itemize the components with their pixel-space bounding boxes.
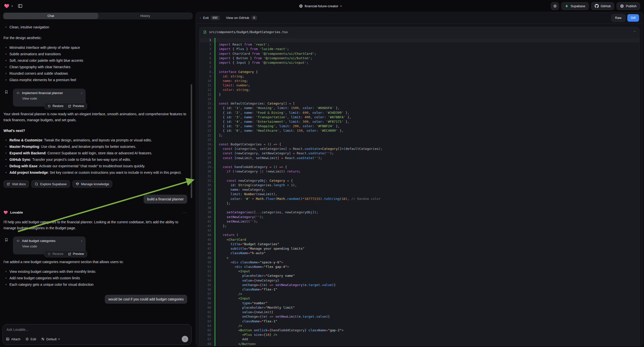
code-line-text <box>214 97 639 101</box>
line-number: 60 <box>200 306 211 310</box>
list-item: Each category gets a unique color for vi… <box>4 281 187 288</box>
restore-button[interactable]: Restore <box>48 252 64 256</box>
code-line: 1 <box>200 38 639 42</box>
view-code-link[interactable]: View code <box>22 244 82 248</box>
code-line-text: const defaultCategories: Category[] = [ <box>214 101 639 106</box>
raw-button[interactable]: Raw <box>612 14 625 22</box>
bullet-dot <box>6 47 6 48</box>
tab-history[interactable]: History <box>98 13 192 19</box>
code-line: 54 value={newCategory} <box>200 278 639 283</box>
code-line-text: { id: '3', name: 'Transportation', limit… <box>214 115 639 120</box>
visit-docs-button[interactable]: Visit docs <box>4 180 29 188</box>
chevron-down-icon[interactable]: ▾ <box>12 5 13 8</box>
bullet-dot <box>6 159 6 160</box>
code-line: 63 className="flex-1" <box>200 319 639 324</box>
manage-knowledge-button[interactable]: Manage knowledge <box>72 180 112 188</box>
line-number: 7 <box>200 65 211 70</box>
line-number: 3 <box>200 47 211 51</box>
send-button[interactable]: ↑ <box>182 336 188 342</box>
line-number: 5 <box>200 56 211 60</box>
bookmark-icon[interactable] <box>4 238 8 242</box>
line-number: 44 <box>200 233 211 237</box>
code-viewer-panel: ‹ Exit ESC View on GitHub G Raw Diff src… <box>196 12 643 346</box>
line-number: 58 <box>200 296 211 301</box>
code-line: 45 <ChartCard <box>200 238 639 242</box>
edit-mode-button[interactable]: Edit <box>26 337 36 341</box>
line-number: 30 <box>200 169 211 174</box>
bullet-dot <box>6 146 6 147</box>
view-code-link[interactable]: View code <box>22 96 82 100</box>
explore-supabase-button[interactable]: Explore Supabase <box>31 180 70 188</box>
bullet-dot <box>6 271 6 272</box>
file-path: src/components/budget/BudgetCategories.t… <box>209 30 288 34</box>
code-line: 31 <box>200 174 639 178</box>
line-number: 57 <box>200 292 211 296</box>
preview-button[interactable]: Preview <box>68 252 84 256</box>
line-number: 8 <box>200 70 211 74</box>
sidebar-toggle-icon[interactable] <box>16 2 24 10</box>
list-item: Rounded corners and subtle shadows <box>4 70 187 77</box>
list-item: Add project knowledge: Set key context o… <box>4 169 187 176</box>
publish-button[interactable]: Publish <box>616 2 640 10</box>
list-item-text: Expand with Backend: Connect Supabase to… <box>10 150 152 156</box>
list-item: Subtle animations and transitions <box>4 51 187 57</box>
fold-chevron-icon[interactable]: ⌄ <box>211 142 214 146</box>
diff-button[interactable]: Diff <box>627 14 639 22</box>
line-number: 2 <box>200 42 211 47</box>
project-switcher[interactable]: financial-future-creator ▾ <box>299 4 342 8</box>
fold-gutter <box>211 224 214 228</box>
code-toolbar: ‹ Exit ESC View on GitHub G Raw Diff <box>196 12 643 24</box>
fold-chevron-icon[interactable]: ⌄ <box>211 165 214 169</box>
bullet-dot <box>6 60 6 61</box>
chat-scrollbar[interactable] <box>191 84 192 198</box>
fold-chevron-icon[interactable]: ⌄ <box>211 178 214 183</box>
code-line: 24⌄const BudgetCategories = () => { <box>200 142 639 146</box>
code-line: 5import { Button } from '@/components/ui… <box>200 56 639 60</box>
github-button[interactable]: GitHub <box>591 2 614 10</box>
code-line-text: { id: '2', name: 'Food & Dining', limit:… <box>214 110 639 115</box>
view-on-github-button[interactable]: View on GitHub G <box>226 16 257 20</box>
chat-message-list[interactable]: Clean, intuitive navigationFor the desig… <box>0 20 191 324</box>
fold-gutter <box>211 201 214 206</box>
composer[interactable]: Ask Lovable... Attach Edit Default ▾ ↑ <box>2 324 192 345</box>
fold-gutter <box>211 38 214 42</box>
code-line-text: }; <box>214 224 639 228</box>
code-line-text: return ( <box>214 233 639 237</box>
tab-chat[interactable]: Chat <box>4 13 98 19</box>
fold-gutter <box>211 42 214 47</box>
code-editor[interactable]: 12import React from 'react';3import { Pl… <box>200 37 639 346</box>
fold-chevron-icon[interactable]: ⌄ <box>211 70 214 74</box>
code-line: 53 placeholder="Category name" <box>200 274 639 278</box>
restore-icon <box>48 252 51 256</box>
fold-gutter <box>211 160 214 165</box>
fold-gutter <box>211 292 214 296</box>
exit-button[interactable]: ‹ Exit ESC <box>200 16 220 20</box>
chevron-up-icon[interactable]: ⌃ <box>633 30 636 34</box>
lovable-logo-heart-icon[interactable] <box>4 3 10 9</box>
fold-gutter <box>211 337 214 342</box>
line-number: 42 <box>200 224 211 228</box>
restore-button[interactable]: Restore <box>48 104 64 108</box>
restore-icon <box>48 104 51 108</box>
composer-input[interactable]: Ask Lovable... <box>6 328 188 332</box>
message-paragraph: I'll help you add budget categories to t… <box>4 219 187 231</box>
bookmark-icon[interactable] <box>4 90 8 94</box>
code-line: 26 const [newCategory, setNewCategory] =… <box>200 151 639 156</box>
line-number: 39 <box>200 210 211 214</box>
chat-history-tabs: Chat History <box>3 12 193 20</box>
preview-button[interactable]: Preview <box>68 104 84 108</box>
message-menu-icon[interactable]: ··· <box>182 210 187 214</box>
supabase-button[interactable]: Supabase <box>561 2 589 10</box>
code-line-text: <Input <box>214 269 639 274</box>
user-message-bubble: build a financial planner <box>144 195 187 204</box>
settings-button[interactable]: ⚙ <box>551 2 559 10</box>
fold-chevron-icon[interactable]: ⌄ <box>211 101 214 106</box>
fold-gutter <box>211 324 214 328</box>
code-line: 61 value={newLimit} <box>200 310 639 314</box>
code-line-text: placeholder="Category name" <box>214 274 639 278</box>
attach-button[interactable]: Attach <box>6 337 20 341</box>
bullet-dot <box>6 73 6 74</box>
code-line: 49 > <box>200 256 639 260</box>
mode-select[interactable]: Default ▾ <box>41 337 60 341</box>
file-header[interactable]: src/components/budget/BudgetCategories.t… <box>200 28 639 37</box>
